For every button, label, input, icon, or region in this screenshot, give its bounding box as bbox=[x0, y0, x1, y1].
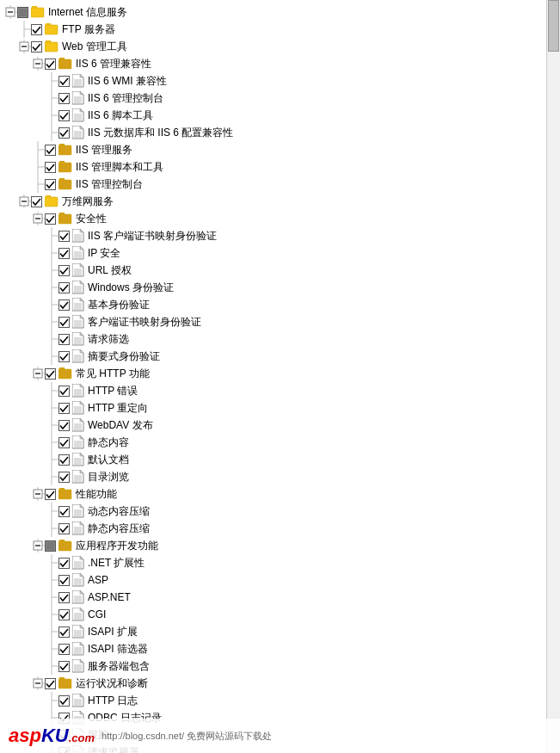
tree-item-httperr[interactable]: HTTP 错误 bbox=[3, 382, 529, 399]
tree-item-defaultdoc[interactable]: 默认文档 bbox=[3, 451, 529, 468]
checkbox-health[interactable] bbox=[45, 678, 56, 689]
tree-item-iis6mgmt[interactable]: IIS 6 管理控制台 bbox=[3, 89, 529, 107]
tree-item-root[interactable]: Internet 信息服务 bbox=[3, 3, 529, 21]
svg-marker-40 bbox=[80, 91, 83, 95]
checkbox-iis6meta[interactable] bbox=[58, 127, 70, 139]
icon-clientcertmap bbox=[72, 315, 84, 329]
tree-item-iisclientcert[interactable]: IIS 客户端证书映射身份验证 bbox=[3, 227, 529, 244]
expand-icon-security[interactable] bbox=[31, 212, 45, 225]
tree-item-dirbrowse[interactable]: 目录浏览 bbox=[3, 468, 529, 485]
tree-item-isapiext[interactable]: ISAPI 扩展 bbox=[3, 623, 529, 640]
tree-item-statcomp[interactable]: 静态内容压缩 bbox=[3, 520, 529, 537]
checkbox-isapiext[interactable] bbox=[58, 626, 70, 638]
tree-item-iismgmtsvc[interactable]: IIS 管理服务 bbox=[3, 141, 529, 158]
checkbox-basicauth[interactable] bbox=[58, 299, 70, 311]
checkbox-iis6wmi[interactable] bbox=[58, 76, 70, 87]
checkbox-root[interactable] bbox=[17, 7, 28, 18]
tree-item-dotnet[interactable]: .NET 扩展性 bbox=[3, 554, 529, 571]
tree-item-httpredirect[interactable]: HTTP 重定向 bbox=[3, 399, 529, 417]
checkbox-iis6mgmt[interactable] bbox=[58, 93, 70, 104]
checkbox-iis6scripts[interactable] bbox=[58, 110, 70, 121]
tree-item-clientcertmap[interactable]: 客户端证书映射身份验证 bbox=[3, 313, 529, 330]
expand-icon-root[interactable] bbox=[3, 5, 17, 19]
tree-item-iismgmtconsole[interactable]: IIS 管理控制台 bbox=[3, 176, 529, 193]
checkbox-iisclientcert[interactable] bbox=[58, 231, 70, 242]
expand-icon-httplog bbox=[45, 694, 58, 707]
checkbox-dirbrowse[interactable] bbox=[58, 472, 70, 483]
icon-reqfilter bbox=[72, 332, 84, 346]
checkbox-perf[interactable] bbox=[45, 489, 56, 500]
checkbox-digestauth[interactable] bbox=[58, 351, 70, 362]
expand-icon-commonhttp[interactable] bbox=[31, 367, 45, 380]
tree-item-security[interactable]: 安全性 bbox=[3, 210, 529, 227]
checkbox-defaultdoc[interactable] bbox=[58, 454, 70, 466]
tree-item-appdev[interactable]: 应用程序开发功能 bbox=[3, 537, 529, 554]
checkbox-staticcontent[interactable] bbox=[58, 437, 70, 448]
tree-item-cgi[interactable]: CGI bbox=[3, 606, 529, 623]
tree-item-ftp[interactable]: FTP 服务器 bbox=[3, 21, 529, 38]
tree-item-httplog[interactable]: HTTP 日志 bbox=[3, 692, 529, 709]
tree-item-webdav[interactable]: WebDAV 发布 bbox=[3, 417, 529, 434]
checkbox-urlauth[interactable] bbox=[58, 265, 70, 276]
checkbox-cgi[interactable] bbox=[58, 609, 70, 620]
expand-icon-iisclientcert bbox=[45, 229, 58, 243]
tree-item-iis6scripts[interactable]: IIS 6 脚本工具 bbox=[3, 107, 529, 124]
tree-item-iis6wmi[interactable]: IIS 6 WMI 兼容性 bbox=[3, 72, 529, 89]
checkbox-iis6compat[interactable] bbox=[45, 59, 56, 70]
scrollbar-thumb[interactable] bbox=[548, 0, 559, 52]
tree-item-ipsec[interactable]: IP 安全 bbox=[3, 244, 529, 262]
checkbox-www[interactable] bbox=[31, 196, 42, 207]
checkbox-webdav[interactable] bbox=[58, 420, 70, 431]
checkbox-iismgmtconsole[interactable] bbox=[45, 179, 56, 190]
svg-marker-341 bbox=[80, 711, 83, 714]
tree-item-commonhttp[interactable]: 常见 HTTP 功能 bbox=[3, 365, 529, 382]
tree-item-staticcontent[interactable]: 静态内容 bbox=[3, 434, 529, 451]
tree-item-aspnet[interactable]: ASP.NET bbox=[3, 589, 529, 606]
scrollbar[interactable] bbox=[546, 0, 560, 753]
checkbox-windowsauth[interactable] bbox=[58, 282, 70, 293]
expand-icon-appdev[interactable] bbox=[31, 539, 45, 552]
tree-item-basicauth[interactable]: 基本身份验证 bbox=[3, 296, 529, 313]
checkbox-httplog[interactable] bbox=[58, 695, 70, 707]
checkbox-security[interactable] bbox=[45, 213, 56, 225]
tree-item-digestauth[interactable]: 摘要式身份验证 bbox=[3, 348, 529, 365]
checkbox-ipsec[interactable] bbox=[58, 248, 70, 259]
checkbox-isapifilter[interactable] bbox=[58, 644, 70, 655]
tree-item-dyncomp[interactable]: 动态内容压缩 bbox=[3, 503, 529, 520]
checkbox-iismgmtsvc[interactable] bbox=[45, 145, 56, 156]
expand-icon-iis6compat[interactable] bbox=[31, 57, 45, 71]
checkbox-httperr[interactable] bbox=[58, 386, 70, 397]
tree-item-reqfilter[interactable]: 请求筛选 bbox=[3, 330, 529, 348]
checkbox-web[interactable] bbox=[31, 41, 42, 52]
expand-icon-www[interactable] bbox=[17, 194, 31, 208]
checkbox-commonhttp[interactable] bbox=[45, 368, 56, 380]
checkbox-clientcertmap[interactable] bbox=[58, 317, 70, 328]
tree-item-health[interactable]: 运行状况和诊断 bbox=[3, 675, 529, 692]
checkbox-appdev[interactable] bbox=[45, 540, 56, 552]
tree-item-serverinc[interactable]: 服务器端包含 bbox=[3, 657, 529, 675]
checkbox-statcomp[interactable] bbox=[58, 523, 70, 534]
checkbox-dyncomp[interactable] bbox=[58, 506, 70, 517]
tree-item-isapifilter[interactable]: ISAPI 筛选器 bbox=[3, 640, 529, 657]
tree-item-web[interactable]: Web 管理工具 bbox=[3, 38, 529, 55]
tree-item-iismgmtscripts[interactable]: IIS 管理脚本和工具 bbox=[3, 158, 529, 176]
expand-icon-perf[interactable] bbox=[31, 487, 45, 501]
expand-icon-health[interactable] bbox=[31, 676, 45, 690]
expand-icon-isapiext bbox=[45, 625, 58, 639]
tree-item-iis6compat[interactable]: IIS 6 管理兼容性 bbox=[3, 55, 529, 72]
tree-item-urlauth[interactable]: URL 授权 bbox=[3, 262, 529, 279]
tree-item-windowsauth[interactable]: Windows 身份验证 bbox=[3, 279, 529, 296]
checkbox-iismgmtscripts[interactable] bbox=[45, 162, 56, 173]
expand-icon-web[interactable] bbox=[17, 40, 31, 53]
tree-item-www[interactable]: 万维网服务 bbox=[3, 193, 529, 210]
checkbox-dotnet[interactable] bbox=[58, 558, 70, 569]
tree-item-asp[interactable]: ASP bbox=[3, 571, 529, 589]
checkbox-aspnet[interactable] bbox=[58, 592, 70, 603]
tree-item-perf[interactable]: 性能功能 bbox=[3, 485, 529, 503]
checkbox-ftp[interactable] bbox=[31, 24, 42, 35]
tree-item-iis6meta[interactable]: IIS 元数据库和 IIS 6 配置兼容性 bbox=[3, 124, 529, 141]
checkbox-reqfilter[interactable] bbox=[58, 334, 70, 345]
checkbox-asp[interactable] bbox=[58, 575, 70, 586]
checkbox-httpredirect[interactable] bbox=[58, 403, 70, 414]
checkbox-serverinc[interactable] bbox=[58, 661, 70, 672]
